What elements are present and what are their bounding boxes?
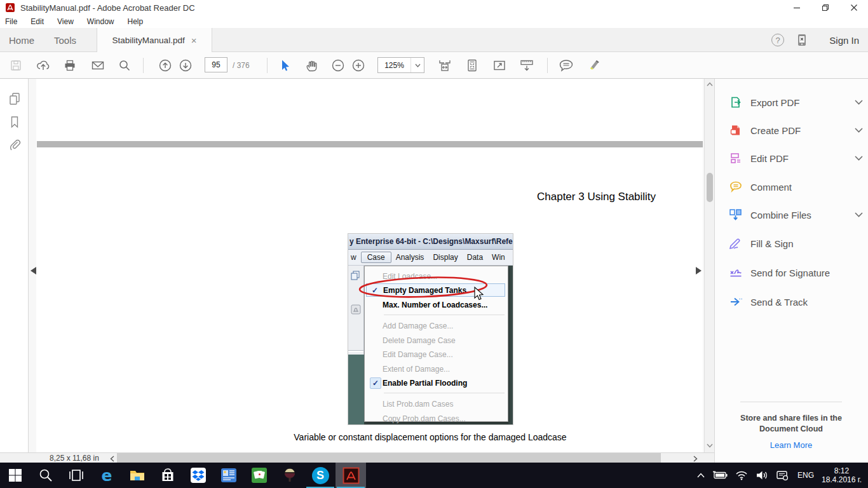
tab-close-icon[interactable]: × — [191, 35, 197, 46]
task-view-button[interactable] — [61, 463, 92, 488]
vertical-scroll-thumb[interactable] — [707, 173, 713, 202]
chevron-down-icon[interactable] — [855, 100, 864, 105]
hand-tool-button[interactable] — [301, 55, 322, 76]
figure-body: Edit Loadcase... ✓Empty Damaged Tanks Ma… — [348, 266, 513, 424]
tool-send-for-signature[interactable]: Send for Signature — [729, 264, 864, 281]
game-button[interactable] — [275, 463, 305, 488]
email-button[interactable] — [88, 55, 108, 76]
skype-button[interactable]: S — [305, 463, 336, 488]
hand-icon — [305, 59, 318, 72]
fit-width-button[interactable] — [435, 55, 455, 76]
next-view-arrow[interactable] — [696, 267, 702, 274]
app-tile-icon — [220, 467, 237, 484]
reading-mode-button[interactable] — [517, 55, 537, 76]
document-viewport[interactable]: Chapter 3 Using Stability y Enterprise 6… — [29, 79, 704, 452]
menu-help[interactable]: Help — [128, 17, 144, 26]
horizontal-scrollbar[interactable] — [117, 453, 690, 463]
tool-edit-pdf[interactable]: Edit PDF — [729, 150, 864, 166]
vertical-scrollbar[interactable] — [704, 79, 714, 452]
zoom-level-select[interactable]: 125% — [377, 57, 424, 73]
page-total-label: / 376 — [233, 61, 250, 70]
start-button[interactable] — [0, 463, 31, 488]
taskbar-search-button[interactable] — [31, 463, 61, 488]
learn-more-link[interactable]: Learn More — [728, 440, 855, 451]
page-number-input[interactable] — [205, 57, 227, 72]
tray-time: 8:12 — [834, 466, 849, 475]
language-indicator[interactable]: ENG — [792, 463, 819, 488]
figure-app-background — [348, 355, 364, 424]
help-button[interactable]: ? — [771, 28, 784, 52]
speaker-icon — [756, 470, 768, 480]
hscroll-left-button[interactable] — [107, 453, 117, 463]
acrobat-reader-button[interactable] — [336, 463, 366, 488]
action-center-button[interactable] — [772, 463, 792, 488]
upload-cloud-button[interactable] — [33, 55, 53, 76]
tool-fill-sign[interactable]: Fill & Sign — [729, 235, 864, 252]
tool-combine-files[interactable]: Combine Files — [729, 207, 864, 223]
select-tool-button[interactable] — [275, 55, 295, 76]
previous-page-button[interactable] — [155, 55, 175, 76]
page-thumbnails-button[interactable] — [8, 92, 22, 105]
clock[interactable]: 8:12 18.4.2016 г. — [819, 463, 868, 488]
figure-menu-data: Data — [463, 252, 487, 263]
search-icon — [38, 468, 53, 483]
solitaire-button[interactable] — [244, 463, 275, 488]
zoom-out-button[interactable] — [328, 55, 348, 76]
fit-page-button[interactable] — [462, 55, 482, 76]
scroll-up-icon[interactable] — [707, 82, 713, 86]
menu-file[interactable]: File — [5, 17, 17, 26]
mouse-cursor-icon — [473, 287, 484, 303]
wifi-status-button[interactable] — [731, 463, 752, 488]
save-button[interactable] — [6, 55, 26, 76]
comment-tool-button[interactable] — [556, 55, 576, 76]
comment-bubble-icon — [559, 59, 574, 72]
restore-button[interactable] — [811, 0, 839, 15]
combine-files-icon — [729, 208, 743, 222]
file-explorer-button[interactable] — [122, 463, 153, 488]
chevron-down-icon[interactable] — [855, 212, 864, 217]
sign-in-button[interactable]: Sign In — [829, 28, 859, 52]
zoom-dropdown-arrow-icon[interactable] — [410, 58, 424, 72]
hscroll-right-button[interactable] — [690, 453, 700, 463]
mobile-device-button[interactable] — [797, 28, 807, 52]
volume-status-button[interactable] — [752, 463, 772, 488]
minimize-button[interactable] — [782, 0, 811, 15]
find-button[interactable] — [114, 55, 135, 76]
tool-send-track[interactable]: Send & Track — [729, 294, 864, 310]
previous-view-arrow[interactable] — [31, 267, 36, 274]
tab-document[interactable]: StabilityManual.pdf × — [97, 28, 212, 52]
fullscreen-button[interactable] — [489, 55, 510, 76]
dropbox-button[interactable] — [183, 463, 214, 488]
tool-create-pdf[interactable]: Create PDF — [729, 122, 864, 139]
print-button[interactable] — [60, 55, 80, 76]
windows-store-button[interactable] — [153, 463, 183, 488]
figure-menu-analysis: Analysis — [391, 252, 429, 263]
edge-browser-button[interactable]: e — [92, 463, 122, 488]
menu-window[interactable]: Window — [87, 17, 114, 26]
battery-status-button[interactable] — [709, 463, 731, 488]
figure-maxsurf-screenshot: y Enterprise 64-bit - C:\Designs\Maxsurf… — [348, 234, 513, 424]
app-tile-button[interactable] — [214, 463, 244, 488]
zoom-in-button[interactable] — [348, 55, 369, 76]
figure-menu-display: Display — [428, 252, 462, 263]
tray-show-hidden-button[interactable] — [693, 463, 709, 488]
tab-home[interactable]: Home — [9, 28, 34, 52]
next-page-button[interactable] — [175, 55, 196, 76]
close-button[interactable] — [839, 0, 868, 15]
menu-view[interactable]: View — [57, 17, 74, 26]
horizontal-scroll-thumb[interactable] — [117, 453, 661, 463]
figure-window-titlebar: y Enterprise 64-bit - C:\Designs\Maxsurf… — [348, 234, 513, 250]
highlighter-icon — [586, 58, 601, 72]
tool-export-pdf[interactable]: Export PDF — [729, 94, 864, 111]
menu-edit[interactable]: Edit — [31, 17, 44, 26]
tool-comment[interactable]: Comment — [729, 179, 864, 195]
bookmarks-button[interactable] — [8, 115, 22, 129]
figure-tool-icon — [350, 304, 362, 315]
highlight-tool-button[interactable] — [583, 55, 604, 76]
send-for-signature-icon — [729, 266, 743, 280]
scroll-down-icon[interactable] — [707, 444, 713, 448]
chevron-down-icon[interactable] — [855, 128, 864, 133]
attachments-button[interactable] — [8, 138, 22, 152]
chevron-down-icon[interactable] — [855, 156, 864, 161]
tab-tools[interactable]: Tools — [54, 28, 76, 52]
